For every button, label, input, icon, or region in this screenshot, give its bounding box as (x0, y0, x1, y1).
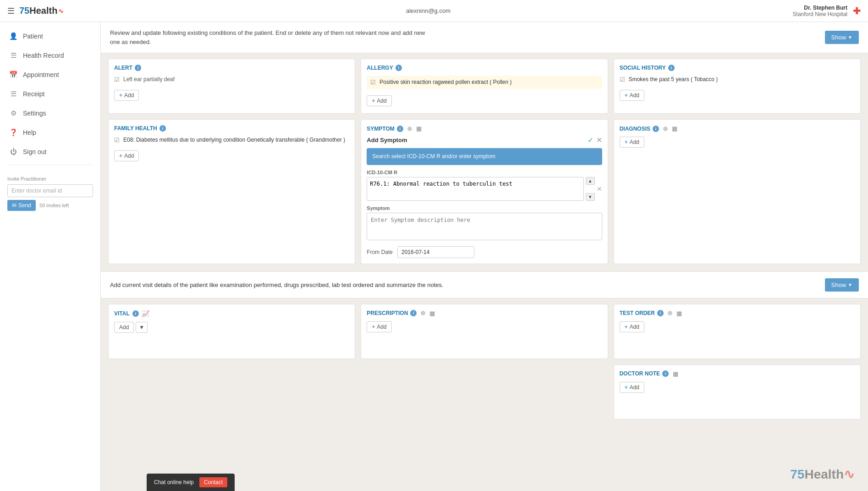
logo-line: ∿ (58, 7, 64, 15)
diagnosis-plus-icon: + (625, 139, 628, 145)
chat-label: Chat online help (154, 479, 194, 485)
vital-add-label: Add (119, 324, 129, 331)
test-order-plus-icon: + (625, 324, 628, 330)
invite-email-input[interactable] (7, 184, 93, 197)
sidebar-item-health-record[interactable]: ☰ Health Record (0, 46, 100, 65)
allergy-add-button[interactable]: + Add (367, 95, 391, 106)
doctor-note-title-row: DOCTOR NOTE i ▦ (620, 370, 855, 377)
icd-clear-button[interactable]: ✕ (597, 185, 602, 193)
icd-textarea[interactable]: R76.1: Abnormal reaction to tuberculin t… (367, 177, 583, 201)
show-button-2[interactable]: Show ▼ (825, 278, 859, 292)
sidebar-item-receipt[interactable]: ☰ Receipt (0, 84, 100, 104)
allergy-info-icon[interactable]: i (396, 65, 402, 71)
diagnosis-title-text: DIAGNOSIS (620, 126, 650, 132)
family-health-info-icon[interactable]: i (159, 125, 166, 132)
doctor-note-add-label: Add (630, 384, 639, 391)
sidebar-label-appointment: Appointment (23, 71, 59, 78)
sidebar-item-sign-out[interactable]: ⏻ Sign out (0, 142, 100, 161)
vital-info-icon[interactable]: i (132, 310, 139, 317)
doctor-note-table-icon[interactable]: ▦ (673, 370, 678, 377)
chat-contact-button[interactable]: Contact (199, 477, 227, 487)
sidebar-item-appointment[interactable]: 📅 Appointment (0, 65, 100, 84)
symptom-info-icon[interactable]: i (397, 126, 403, 132)
doctor-info: Dr. Stephen Burt Stanford New Hospital (793, 5, 847, 17)
from-date-label: From Date (367, 249, 393, 255)
diagnosis-table-icon[interactable]: ▦ (672, 125, 677, 132)
prescription-title-text: PRESCRIPTION (367, 310, 408, 316)
test-order-add-label: Add (630, 324, 639, 330)
vital-add-button[interactable]: Add (114, 322, 134, 333)
send-icon: ✉ (12, 202, 16, 209)
allergy-item: ☑ Positive skin reaction ragweed pollen … (367, 76, 602, 89)
icd-scroll-down-button[interactable]: ▼ (586, 193, 595, 201)
invites-left: 50 invites left (39, 203, 69, 208)
social-history-info-icon[interactable]: i (668, 65, 675, 71)
alert-item: ☑ Left ear partially deaf (114, 76, 349, 83)
alert-info-icon[interactable]: i (135, 65, 141, 71)
symptom-title-text: SYMPTOM (367, 126, 394, 132)
symptom-card: SYMPTOM i ▦ Add Symptom ✓ ✕ Search selec… (361, 119, 608, 264)
sidebar-label-sign-out: Sign out (23, 148, 46, 155)
symptom-cancel-button[interactable]: ✕ (596, 136, 602, 144)
show-button-1[interactable]: Show ▼ (825, 31, 859, 44)
diagnosis-add-button[interactable]: + Add (620, 137, 644, 148)
invite-send-row: ✉ Send 50 invites left (7, 200, 93, 211)
doctor-note-add-button[interactable]: + Add (620, 382, 644, 393)
diagnosis-info-icon[interactable]: i (653, 126, 659, 132)
appointment-icon: 📅 (9, 71, 17, 79)
family-health-plus-icon: + (119, 153, 122, 159)
doctor-note-plus-icon: + (625, 384, 628, 391)
main-content: Review and update following existing con… (101, 22, 868, 491)
social-history-plus-icon: + (625, 92, 628, 99)
test-order-info-icon[interactable]: i (657, 310, 664, 316)
symptom-add-actions: ✓ ✕ (588, 136, 602, 144)
vital-dropdown-button[interactable]: ▼ (136, 322, 148, 333)
alert-plus-icon: + (119, 92, 122, 99)
social-history-add-button[interactable]: + Add (620, 90, 644, 101)
logo-75: 75 (19, 6, 29, 16)
from-date-input[interactable] (397, 246, 474, 258)
user-email: alexninn@g.com (406, 7, 450, 14)
invite-section: Invite Practitioner ✉ Send 50 invites le… (0, 169, 100, 211)
symptom-confirm-button[interactable]: ✓ (588, 136, 593, 144)
alert-item-text: Left ear partially deaf (123, 76, 175, 83)
symptom-description-textarea[interactable] (367, 213, 602, 240)
sidebar-label-receipt: Receipt (23, 90, 44, 98)
icd-scroll-up-button[interactable]: ▲ (586, 177, 595, 185)
logo: 75Health∿ (19, 6, 64, 16)
symptom-table-icon[interactable]: ▦ (416, 125, 422, 132)
family-health-item: ☑ E08: Diabetes mellitus due to underlyi… (114, 136, 349, 144)
sidebar-label-help: Help (23, 129, 36, 136)
alert-add-label: Add (124, 92, 134, 99)
invite-label: Invite Practitioner (7, 176, 93, 182)
allergy-plus-icon: + (372, 98, 375, 104)
sign-out-icon: ⏻ (9, 148, 17, 155)
sidebar-item-help[interactable]: ❓ Help (0, 123, 100, 142)
family-health-add-button[interactable]: + Add (114, 150, 139, 161)
alert-add-button[interactable]: + Add (114, 90, 139, 101)
test-order-table-icon[interactable]: ▦ (676, 310, 682, 317)
prescription-info-icon[interactable]: i (410, 310, 417, 316)
sidebar-divider (7, 165, 93, 165)
chat-bar: Chat online help Contact (147, 474, 235, 491)
sidebar-label-patient: Patient (23, 33, 43, 40)
send-button[interactable]: ✉ Send (7, 200, 36, 211)
vital-title-row: VITAL i 📈 (114, 310, 349, 317)
social-history-item: ☑ Smokes the past 5 years ( Tobacco ) (620, 76, 855, 83)
sidebar-item-settings[interactable]: ⚙ Settings (0, 104, 100, 123)
allergy-check-icon: ☑ (370, 79, 376, 86)
doctor-note-title-text: DOCTOR NOTE (620, 370, 660, 377)
prescription-table-icon[interactable]: ▦ (429, 310, 435, 317)
test-order-title-text: TEST ORDER (620, 310, 655, 316)
prescription-add-button[interactable]: + Add (367, 321, 391, 332)
icd-input-row: R76.1: Abnormal reaction to tuberculin t… (367, 177, 602, 201)
test-order-add-button[interactable]: + Add (620, 321, 644, 332)
hamburger-icon[interactable]: ☰ (7, 6, 15, 16)
doctor-note-info-icon[interactable]: i (662, 370, 669, 377)
cross-icon[interactable]: ✚ (853, 6, 861, 17)
show-label-2: Show (831, 281, 846, 288)
sidebar: 👤 Patient ☰ Health Record 📅 Appointment … (0, 22, 101, 491)
vital-chart-icon[interactable]: 📈 (142, 310, 149, 317)
allergy-item-text: Positive skin reaction ragweed pollen ex… (379, 78, 511, 86)
sidebar-item-patient[interactable]: 👤 Patient (0, 27, 100, 46)
